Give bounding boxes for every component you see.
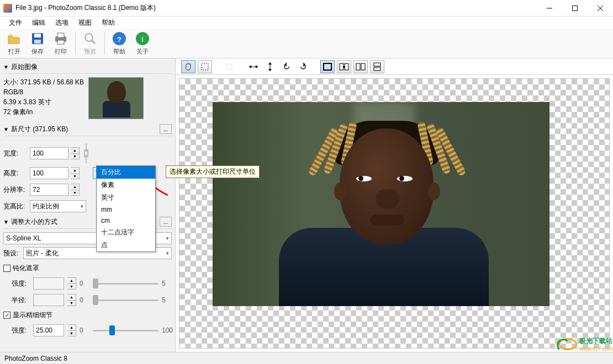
svg-point-24 (343, 66, 345, 68)
svg-rect-1 (573, 6, 578, 10)
unsharp-radius-slider (93, 295, 158, 306)
svg-rect-22 (340, 63, 344, 70)
print-button[interactable]: 打印 (50, 30, 72, 57)
svg-rect-23 (345, 63, 348, 70)
crop-button[interactable] (222, 60, 236, 73)
open-button[interactable]: 打开 (3, 30, 25, 57)
svg-text:?: ? (117, 36, 121, 44)
svg-rect-21 (324, 63, 331, 70)
unit-tooltip: 选择像素大小或打印尺寸单位 (166, 165, 260, 178)
preview-image (213, 102, 549, 306)
unit-dropdown[interactable]: 百分比 像素 英寸 mm cm 十二点活字 点 (96, 165, 156, 252)
canvas-area (176, 58, 613, 352)
app-icon (3, 4, 12, 13)
fine-detail-checkbox[interactable]: ✓ (3, 312, 10, 319)
unsharp-radius-input (33, 294, 64, 306)
marquee-tool-button[interactable] (198, 60, 212, 73)
unsharp-strength-input (33, 277, 64, 290)
fine-strength-slider[interactable] (93, 325, 158, 336)
resize-more-button[interactable]: ... (160, 217, 172, 227)
width-label: 宽度: (3, 149, 28, 158)
aspect-combo[interactable]: 约束比例 ▾ (30, 200, 86, 212)
flip-h-button[interactable] (246, 60, 261, 73)
original-info-text: 大小: 371.95 KB / 56.68 KB RGB/8 6.39 x 3.… (3, 77, 84, 117)
svg-rect-27 (374, 63, 381, 66)
fine-strength-spinner[interactable]: ▲▼ (67, 324, 76, 336)
preset-label: 预设: (3, 249, 21, 258)
maximize-button[interactable] (562, 0, 588, 17)
dropdown-item[interactable]: 点 (97, 239, 155, 251)
status-text: PhotoZoom Classic 8 (4, 355, 67, 362)
folder-open-icon (7, 31, 22, 46)
view-single-button[interactable] (320, 60, 335, 73)
about-button[interactable]: i 关于 (131, 30, 154, 57)
height-spinner[interactable]: ▲▼ (71, 167, 80, 179)
original-image-header[interactable]: ▼ 原始图像 (3, 61, 172, 74)
menubar: 文件 编辑 选项 视图 帮助 (0, 17, 613, 29)
resolution-spinner[interactable]: ▲▼ (71, 184, 80, 196)
canvas-viewport[interactable] (179, 78, 610, 349)
dropdown-item[interactable]: 英寸 (97, 191, 155, 204)
svg-rect-17 (202, 63, 208, 70)
unsharp-strength-spinner: ▲▼ (67, 277, 76, 290)
view-split-h-button[interactable] (353, 60, 368, 73)
save-icon (30, 31, 45, 46)
svg-rect-6 (34, 40, 41, 44)
svg-point-10 (85, 34, 93, 41)
rotate-cw-button[interactable] (296, 60, 310, 73)
resolution-label: 分辨率: (3, 185, 28, 195)
unsharp-row: 钝化遮罩 (3, 264, 172, 273)
view-split-v-button[interactable] (370, 60, 384, 73)
close-button[interactable] (588, 0, 613, 17)
link-icon[interactable] (82, 141, 91, 165)
unsharp-checkbox[interactable] (3, 265, 10, 272)
view-split-center-button[interactable] (337, 60, 351, 73)
fine-detail-row: ✓ 显示精细细节 (3, 311, 172, 320)
unsharp-strength-row: 强度: ▲▼ 0 5 (3, 277, 172, 290)
flip-v-button[interactable] (263, 60, 277, 73)
menu-help[interactable]: 帮助 (97, 17, 119, 29)
menu-options[interactable]: 选项 (51, 17, 73, 29)
svg-rect-5 (34, 34, 41, 38)
width-spinner[interactable]: ▲▼ (71, 147, 80, 159)
menu-view[interactable]: 视图 (74, 17, 96, 29)
fine-strength-row: 强度: ▲▼ 0 100 (3, 324, 172, 336)
unsharp-strength-slider (93, 278, 158, 289)
fine-strength-input[interactable] (33, 324, 64, 336)
chevron-down-icon: ▾ (166, 250, 169, 256)
minimize-button[interactable] (537, 0, 562, 17)
svg-rect-18 (226, 64, 232, 69)
help-button[interactable]: ? 帮助 (108, 30, 130, 57)
rotate-ccw-button[interactable] (279, 60, 294, 73)
width-row: 宽度: ▲▼ (3, 141, 172, 165)
save-button[interactable]: 保存 (27, 30, 49, 57)
newsize-more-button[interactable]: ... (160, 124, 172, 134)
hand-tool-button[interactable] (181, 60, 195, 73)
height-label: 高度: (3, 169, 28, 178)
resolution-input[interactable] (30, 184, 68, 196)
svg-line-11 (92, 40, 95, 44)
unsharp-radius-spinner: ▲▼ (67, 294, 76, 306)
preview-button[interactable]: 预览 (79, 30, 101, 57)
new-size-header[interactable]: ▼新尺寸 (371.95 KB) ... (3, 122, 172, 136)
menu-file[interactable]: 文件 (4, 17, 27, 29)
dropdown-item[interactable]: 像素 (97, 179, 155, 191)
dropdown-item[interactable]: cm (97, 215, 155, 226)
original-thumbnail[interactable] (88, 77, 144, 119)
width-input[interactable] (30, 147, 68, 159)
dropdown-item[interactable]: mm (97, 204, 155, 215)
menu-edit[interactable]: 编辑 (28, 17, 50, 29)
window-controls (537, 0, 613, 17)
svg-rect-8 (57, 33, 64, 38)
svg-rect-26 (361, 63, 365, 70)
main-area: ▼ 原始图像 大小: 371.95 KB / 56.68 KB RGB/8 6.… (0, 58, 613, 352)
dropdown-item[interactable]: 百分比 (97, 166, 155, 179)
dropdown-item[interactable]: 十二点活字 (97, 226, 155, 239)
help-icon: ? (112, 31, 127, 46)
canvas-toolbar (176, 58, 613, 75)
height-input[interactable] (30, 167, 68, 179)
svg-rect-25 (356, 63, 360, 70)
magnifier-icon (82, 31, 98, 46)
collapse-icon: ▼ (3, 64, 9, 70)
toolbar-separator (75, 33, 76, 55)
